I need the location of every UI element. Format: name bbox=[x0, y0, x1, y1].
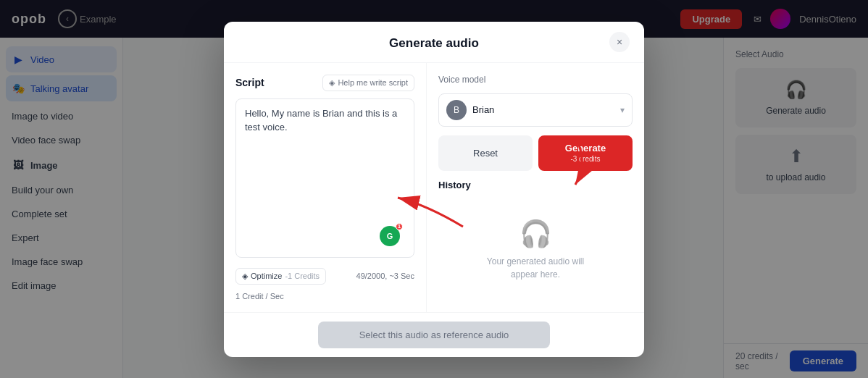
close-button[interactable]: × bbox=[609, 32, 630, 52]
optimize-credits: -1 Credits bbox=[285, 272, 320, 280]
voice-name: Brian bbox=[472, 104, 614, 115]
generate-credits-label: -3 credits bbox=[570, 154, 600, 164]
modal-overlay[interactable]: Generate audio × Script ◈ Help me write … bbox=[0, 0, 868, 378]
reset-button[interactable]: Reset bbox=[438, 135, 533, 172]
modal-right-pane: Voice model B Brian ▾ Reset Generate -3 … bbox=[427, 63, 644, 312]
optimize-label: Optimize bbox=[251, 272, 282, 280]
select-audio-button[interactable]: Select this audio as reference audio bbox=[318, 322, 550, 348]
generate-audio-modal: Generate audio × Script ◈ Help me write … bbox=[224, 22, 644, 357]
voice-avatar-initials: B bbox=[454, 105, 459, 115]
modal-body: Script ◈ Help me write script Hello, My … bbox=[224, 63, 644, 312]
help-write-script-button[interactable]: ◈ Help me write script bbox=[322, 75, 414, 91]
voice-model-label: Voice model bbox=[438, 75, 633, 85]
generate-button-label: Generate bbox=[565, 143, 606, 155]
voice-avatar: B bbox=[446, 100, 467, 120]
history-empty: 🎧 Your generated audio willappear here. bbox=[438, 199, 633, 300]
modal-left-header: Script ◈ Help me write script bbox=[235, 75, 414, 91]
modal-footer: Select this audio as reference audio bbox=[224, 312, 644, 357]
grammarly-icon: G 1 bbox=[380, 226, 400, 246]
chevron-down-icon: ▾ bbox=[620, 105, 625, 115]
optimize-row: ◈ Optimize -1 Credits 49/2000, ~3 Sec bbox=[235, 268, 414, 285]
script-label: Script bbox=[235, 77, 264, 88]
grammarly-badge: 1 bbox=[396, 223, 403, 230]
credit-rate: 1 Credit / Sec bbox=[235, 292, 284, 301]
history-empty-text: Your generated audio willappear here. bbox=[487, 255, 584, 281]
optimize-button[interactable]: ◈ Optimize -1 Credits bbox=[235, 268, 326, 285]
word-count: 49/2000, ~3 Sec bbox=[356, 272, 414, 280]
modal-header: Generate audio × bbox=[224, 22, 644, 63]
modal-left-pane: Script ◈ Help me write script Hello, My … bbox=[224, 63, 427, 312]
history-label: History bbox=[438, 180, 633, 190]
credit-rate-row: 1 Credit / Sec bbox=[235, 292, 414, 301]
textarea-wrapper: Hello, My name is Brian and this is a te… bbox=[235, 98, 414, 261]
action-row: Reset Generate -3 credits bbox=[438, 135, 633, 172]
generate-audio-button[interactable]: Generate -3 credits bbox=[538, 135, 633, 172]
modal-title: Generate audio bbox=[389, 36, 479, 51]
diamond-icon: ◈ bbox=[329, 78, 335, 88]
diamond-icon-2: ◈ bbox=[242, 272, 248, 281]
voice-select-dropdown[interactable]: B Brian ▾ bbox=[438, 93, 633, 127]
audio-placeholder-icon: 🎧 bbox=[519, 219, 552, 249]
help-btn-label: Help me write script bbox=[338, 78, 408, 87]
